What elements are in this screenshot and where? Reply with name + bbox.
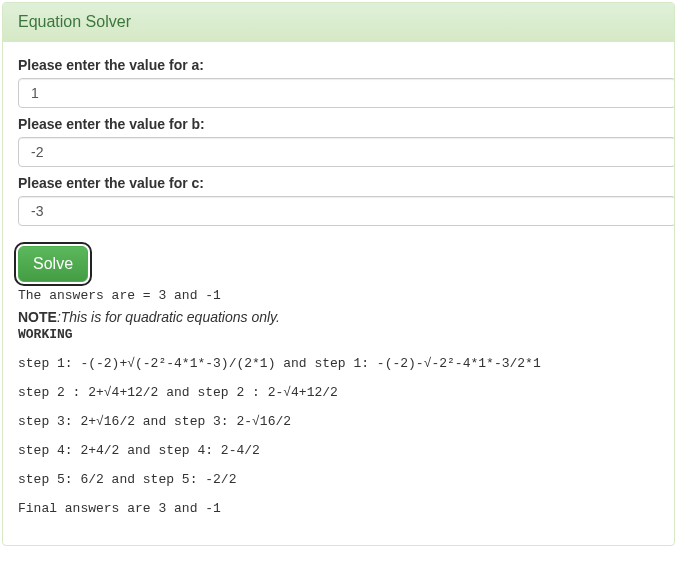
step-line: step 1: -(-2)+√(-2²-4*1*-3)/(2*1) and st…	[18, 356, 659, 371]
input-c[interactable]	[18, 196, 675, 226]
equation-solver-panel: Equation Solver Please enter the value f…	[2, 2, 675, 546]
note-line: NOTE:This is for quadratic equations onl…	[18, 309, 659, 325]
step-line: step 2 : 2+√4+12/2 and step 2 : 2-√4+12/…	[18, 385, 659, 400]
step-line: step 4: 2+4/2 and step 4: 2-4/2	[18, 443, 659, 458]
steps-container: step 1: -(-2)+√(-2²-4*1*-3)/(2*1) and st…	[18, 356, 659, 516]
step-line: step 5: 6/2 and step 5: -2/2	[18, 472, 659, 487]
note-label: NOTE	[18, 309, 57, 325]
label-c: Please enter the value for c:	[3, 175, 659, 191]
input-wrap-c	[18, 196, 675, 226]
note-text: :This is for quadratic equations only.	[57, 309, 280, 325]
solve-button[interactable]: Solve	[18, 246, 88, 282]
label-b: Please enter the value for b:	[3, 116, 659, 132]
step-line: step 3: 2+√16/2 and step 3: 2-√16/2	[18, 414, 659, 429]
label-a: Please enter the value for a:	[18, 57, 659, 73]
input-wrap-b	[18, 137, 675, 167]
working-label: WORKING	[18, 327, 659, 342]
answers-text: The answers are = 3 and -1	[18, 288, 659, 303]
input-wrap-a	[18, 78, 675, 108]
step-line: Final answers are 3 and -1	[18, 501, 659, 516]
input-a[interactable]	[18, 78, 675, 108]
panel-title: Equation Solver	[3, 3, 674, 42]
panel-body: Please enter the value for a: Please ent…	[3, 42, 674, 545]
input-b[interactable]	[18, 137, 675, 167]
